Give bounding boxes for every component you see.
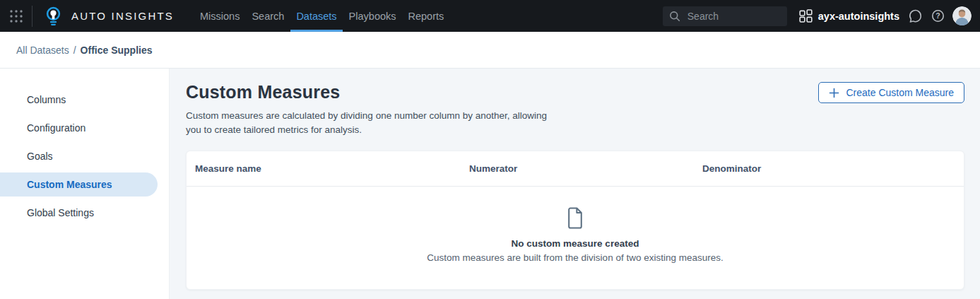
lightbulb-logo-icon: [45, 6, 62, 26]
breadcrumb-all-datasets[interactable]: All Datasets: [16, 45, 69, 56]
column-header-measure-name: Measure name: [195, 163, 469, 174]
panel-header-text: Custom Measures Custom measures are calc…: [186, 82, 562, 138]
sidebar-item-columns[interactable]: Columns: [0, 88, 169, 112]
global-search[interactable]: [663, 6, 787, 26]
create-button-label: Create Custom Measure: [846, 87, 954, 98]
nav-item-datasets[interactable]: Datasets: [290, 0, 342, 32]
breadcrumb-current: Office Supplies: [81, 45, 153, 56]
page-title: Custom Measures: [186, 82, 562, 102]
document-icon: [567, 207, 584, 229]
page-description: Custom measures are calculated by dividi…: [186, 109, 562, 138]
breadcrumb: All Datasets / Office Supplies: [0, 32, 980, 69]
avatar-photo-icon: [952, 6, 972, 25]
empty-state: No custom measure created Custom measure…: [187, 187, 964, 263]
help-button[interactable]: ?: [931, 9, 945, 23]
breadcrumb-separator: /: [73, 45, 76, 56]
chat-icon: [908, 8, 923, 23]
content-area: Columns Configuration Goals Custom Measu…: [0, 69, 980, 299]
workspace-switcher[interactable]: ayx-autoinsights: [799, 9, 899, 23]
app-grid-icon: [8, 8, 24, 24]
panel-header: Custom Measures Custom measures are calc…: [186, 82, 964, 138]
nav-item-missions[interactable]: Missions: [194, 0, 245, 32]
brand-title: AUTO INSIGHTS: [71, 10, 174, 22]
custom-measures-table: Measure name Numerator Denominator No cu…: [186, 151, 964, 290]
column-header-denominator: Denominator: [702, 163, 955, 174]
dataset-settings-sidebar: Columns Configuration Goals Custom Measu…: [0, 69, 170, 299]
nav-item-playbooks[interactable]: Playbooks: [343, 0, 402, 32]
table-header-row: Measure name Numerator Denominator: [187, 151, 964, 187]
avatar[interactable]: [952, 6, 972, 25]
svg-text:?: ?: [935, 11, 940, 20]
auto-insights-logo[interactable]: [45, 6, 62, 26]
sidebar-item-custom-measures[interactable]: Custom Measures: [0, 172, 158, 197]
plus-icon: [829, 88, 839, 98]
primary-nav: Missions Search Datasets Playbooks Repor…: [194, 0, 450, 32]
chat-button[interactable]: [908, 8, 923, 23]
top-navbar: AUTO INSIGHTS Missions Search Datasets P…: [0, 0, 980, 32]
workspace-icon: [799, 9, 813, 23]
topbar-divider: [32, 6, 33, 27]
column-header-numerator: Numerator: [469, 163, 702, 174]
app-launcher-button[interactable]: [0, 0, 32, 32]
empty-state-subtitle: Custom measures are built from the divis…: [427, 252, 723, 263]
search-icon: [669, 11, 680, 22]
create-custom-measure-button[interactable]: Create Custom Measure: [818, 82, 964, 103]
nav-item-search[interactable]: Search: [246, 0, 290, 32]
custom-measures-panel: Custom Measures Custom measures are calc…: [170, 69, 980, 299]
workspace-label: ayx-autoinsights: [818, 11, 899, 22]
search-input[interactable]: [686, 10, 781, 23]
empty-state-title: No custom measure created: [512, 238, 639, 249]
nav-item-reports[interactable]: Reports: [403, 0, 450, 32]
sidebar-item-goals[interactable]: Goals: [0, 144, 169, 168]
sidebar-item-global-settings[interactable]: Global Settings: [0, 201, 169, 225]
sidebar-item-configuration[interactable]: Configuration: [0, 116, 169, 140]
help-icon: ?: [931, 9, 945, 23]
